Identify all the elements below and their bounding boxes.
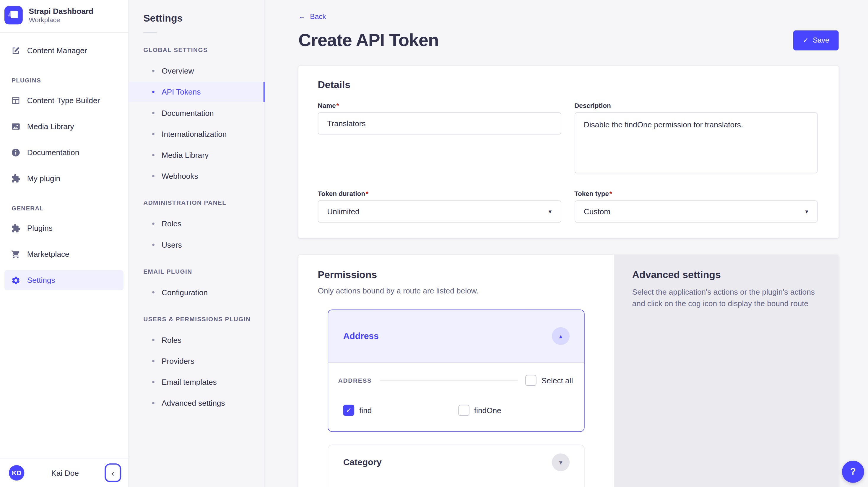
subnav-item-overview[interactable]: Overview (128, 61, 265, 81)
subnav-item-email-templates[interactable]: Email templates (128, 372, 265, 392)
bullet-icon (152, 360, 154, 362)
user-name: Kai Doe (24, 468, 105, 477)
sidebar-item-media-library[interactable]: Media Library (4, 116, 123, 136)
required-asterisk: * (337, 102, 339, 110)
check-icon: ✓ (803, 36, 808, 44)
subnav-item-internationalization[interactable]: Internationalization (128, 124, 265, 144)
token-duration-label: Token duration* (318, 190, 561, 198)
name-input[interactable] (318, 112, 561, 134)
subnav-item-configuration[interactable]: Configuration (128, 282, 265, 302)
subnav-item-roles-up[interactable]: Roles (128, 330, 265, 350)
bullet-icon (152, 381, 154, 383)
sidebar-item-my-plugin[interactable]: My plugin (4, 169, 123, 188)
sidebar-item-plugins[interactable]: Plugins (4, 218, 123, 238)
sidebar-item-label: Settings (27, 276, 55, 284)
main-content: ← Back Create API Token ✓ Save Details N… (265, 0, 868, 487)
subnav-item-users[interactable]: Users (128, 235, 265, 254)
save-button[interactable]: ✓ Save (794, 30, 839, 50)
permission-action-findone: findOne (458, 405, 573, 416)
page-title: Create API Token (299, 30, 439, 50)
strapi-admin-app: Strapi Dashboard Workplace Content Manag… (0, 0, 868, 487)
puzzle-icon (11, 174, 20, 183)
subnav-section-users-permissions-plugin: USERS & PERMISSIONS PLUGIN (143, 315, 265, 322)
find-checkbox[interactable]: ✓ (343, 405, 354, 416)
details-title: Details (318, 79, 818, 91)
workspace-switcher[interactable]: Strapi Dashboard Workplace (0, 0, 128, 32)
token-type-field-group: Token type* Custom ▾ (574, 190, 817, 223)
details-card: Details Name* Description Disable the fi… (299, 66, 839, 238)
token-type-label: Token type* (574, 190, 817, 198)
sidebar-item-label: Marketplace (27, 250, 69, 258)
permissions-title: Permissions (318, 269, 614, 281)
subnav-item-webhooks[interactable]: Webhooks (128, 166, 265, 186)
sidebar-item-content-type-builder[interactable]: Content-Type Builder (4, 90, 123, 110)
bullet-icon (152, 70, 154, 72)
puzzle-icon (11, 223, 20, 233)
bullet-icon (152, 243, 154, 246)
gear-icon (11, 275, 20, 285)
accordion-category-header[interactable]: Category ▼ (328, 445, 584, 479)
name-label: Name* (318, 102, 561, 110)
permission-action-find: ✓ find (343, 405, 458, 416)
advanced-settings-description: Select the application's actions or the … (632, 286, 816, 310)
sidebar-item-documentation[interactable]: Documentation (4, 143, 123, 162)
token-duration-select[interactable]: Unlimited ▾ (318, 200, 561, 222)
info-icon (11, 148, 20, 157)
advanced-settings-panel: Advanced settings Select the application… (614, 255, 839, 487)
app-title: Strapi Dashboard (29, 6, 93, 16)
subnav-section-email-plugin: EMAIL PLUGIN (143, 268, 265, 275)
bullet-icon (152, 112, 154, 114)
find-label: find (359, 406, 372, 415)
sidebar-item-settings[interactable]: Settings (4, 270, 123, 290)
help-button[interactable]: ? (842, 461, 864, 483)
group-label: ADDRESS (338, 377, 372, 384)
findone-label: findOne (474, 406, 501, 415)
subnav-item-api-tokens[interactable]: API Tokens (128, 82, 265, 102)
bullet-icon (152, 175, 154, 177)
subnav-item-providers[interactable]: Providers (128, 351, 265, 371)
expand-accordion-button[interactable]: ▼ (552, 454, 569, 471)
subnav-item-roles-admin[interactable]: Roles (128, 214, 265, 234)
token-type-select[interactable]: Custom ▾ (574, 200, 817, 222)
nav-section-general: GENERAL (11, 205, 128, 211)
accordion-address-header[interactable]: Address ▲ (328, 310, 584, 363)
avatar[interactable]: KD (9, 465, 24, 481)
divider (143, 32, 157, 33)
permissions-panel: Permissions Only actions bound by a rout… (299, 255, 614, 487)
subnav-item-advanced-settings[interactable]: Advanced settings (128, 393, 265, 413)
description-textarea[interactable]: Disable the findOne permission for trans… (574, 112, 817, 173)
sidebar-item-label: Documentation (27, 148, 79, 157)
advanced-settings-title: Advanced settings (632, 269, 816, 281)
chevron-left-icon: ‹ (112, 468, 114, 478)
bullet-icon (152, 339, 154, 341)
triangle-up-icon: ▲ (558, 333, 564, 339)
accordion-address-body: ADDRESS Select all ✓ find (328, 363, 584, 431)
subnav-item-media-library[interactable]: Media Library (128, 145, 265, 165)
pen-icon (11, 46, 20, 55)
sidebar-footer: KD Kai Doe ‹ (0, 458, 128, 487)
required-asterisk: * (366, 190, 368, 198)
cart-icon (11, 249, 20, 259)
sidebar-item-content-manager[interactable]: Content Manager (4, 40, 123, 60)
accordion-title: Category (343, 457, 382, 467)
findone-checkbox[interactable] (458, 405, 469, 416)
check-icon: ✓ (346, 406, 351, 414)
required-asterisk: * (610, 190, 612, 198)
name-field-group: Name* (318, 102, 561, 176)
select-all-checkbox[interactable] (525, 375, 536, 386)
strapi-logo-icon (4, 6, 23, 25)
description-field-group: Description Disable the findOne permissi… (574, 102, 817, 176)
subnav-item-documentation[interactable]: Documentation (128, 103, 265, 123)
subnav-title: Settings (128, 12, 265, 24)
back-link[interactable]: ← Back (299, 12, 326, 21)
collapse-accordion-button[interactable]: ▲ (552, 327, 569, 345)
bullet-icon (152, 402, 154, 404)
bullet-icon (152, 91, 154, 93)
sidebar-item-label: Plugins (27, 224, 53, 233)
settings-subnav: Settings GLOBAL SETTINGS Overview API To… (128, 0, 265, 487)
bullet-icon (152, 133, 154, 135)
collapse-sidebar-button[interactable]: ‹ (106, 464, 120, 481)
sidebar-item-marketplace[interactable]: Marketplace (4, 244, 123, 264)
bullet-icon (152, 154, 154, 156)
description-label: Description (574, 102, 817, 110)
